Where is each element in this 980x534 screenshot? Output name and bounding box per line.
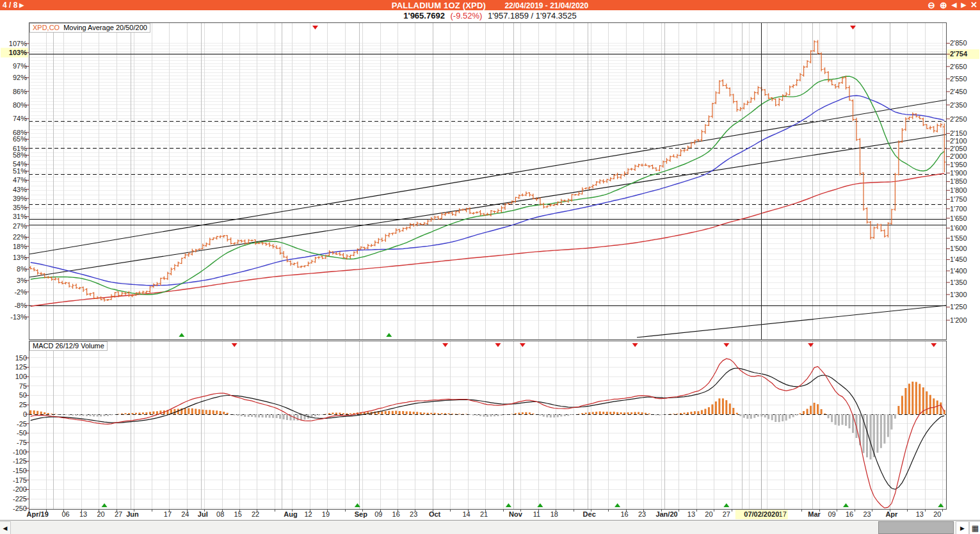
scrollbar-left-button[interactable]: ◀	[0, 521, 11, 534]
svg-text:65%: 65%	[13, 135, 27, 143]
sell-arrow-icon	[723, 343, 729, 347]
svg-text:2'450: 2'450	[950, 88, 967, 95]
svg-text:92%: 92%	[13, 74, 27, 81]
svg-text:1'850: 1'850	[950, 177, 967, 185]
volume-up-bars	[31, 382, 945, 414]
svg-text:97%: 97%	[13, 62, 27, 70]
axis-labels: 107%103%97%92%86%80%74%68%65%61%58%54%51…	[1, 39, 979, 512]
svg-text:Apr/19: Apr/19	[27, 510, 49, 518]
bid-ask: 1'957.1859 / 1'974.3525	[488, 11, 577, 20]
svg-text:31%: 31%	[13, 213, 27, 220]
sell-arrow-icon	[632, 343, 638, 347]
svg-text:27: 27	[115, 510, 122, 518]
svg-text:13: 13	[916, 510, 924, 518]
svg-text:13: 13	[687, 510, 695, 518]
svg-text:Aug: Aug	[284, 510, 297, 518]
svg-text:-50: -50	[17, 429, 27, 437]
svg-text:1'300: 1'300	[950, 291, 967, 298]
svg-text:103%: 103%	[9, 49, 27, 56]
svg-text:80%: 80%	[13, 101, 27, 109]
svg-text:1'350: 1'350	[950, 279, 967, 286]
price-change-percent: (-9.52%)	[450, 11, 482, 20]
sell-arrow-icon	[931, 343, 936, 347]
svg-text:-13%: -13%	[10, 313, 27, 321]
svg-text:1'800: 1'800	[950, 186, 967, 194]
buy-arrow-icon	[386, 333, 392, 337]
svg-text:24: 24	[181, 510, 189, 518]
svg-text:18%: 18%	[13, 243, 27, 250]
svg-text:06: 06	[61, 510, 69, 518]
svg-text:2'100: 2'100	[950, 137, 967, 145]
svg-text:2'350: 2'350	[950, 101, 967, 109]
chart-title-block: PALLADIUM 1OZ (XPD) 22/04/2019 - 21/04/2…	[0, 1, 980, 10]
svg-text:2'050: 2'050	[950, 145, 967, 152]
svg-text:58%: 58%	[13, 151, 27, 159]
svg-text:19: 19	[322, 510, 330, 518]
svg-text:25: 25	[19, 401, 27, 409]
chart-canvas: 107%103%97%92%86%80%74%68%65%61%58%54%51…	[0, 0, 980, 534]
svg-text:1'700: 1'700	[950, 205, 967, 213]
svg-text:20: 20	[97, 510, 104, 518]
svg-text:-125: -125	[13, 457, 27, 465]
sell-arrow-icon	[495, 343, 501, 347]
svg-text:1'550: 1'550	[950, 234, 967, 242]
svg-text:2'754: 2'754	[950, 50, 968, 58]
svg-text:Dec: Dec	[583, 510, 596, 518]
svg-text:74%: 74%	[13, 115, 27, 122]
svg-text:27%: 27%	[13, 222, 27, 230]
svg-text:2'250: 2'250	[950, 115, 967, 123]
svg-text:2'650: 2'650	[950, 63, 967, 70]
sell-arrow-icon	[232, 343, 237, 347]
svg-text:1'250: 1'250	[950, 303, 967, 311]
svg-text:Jun: Jun	[126, 510, 139, 518]
buy-arrow-icon	[506, 503, 511, 507]
ma20-line	[31, 76, 945, 295]
svg-text:Jan/20: Jan/20	[655, 510, 677, 518]
svg-text:86%: 86%	[13, 88, 27, 95]
horizontal-scrollbar[interactable]: ◀ ▶ ▦	[0, 520, 980, 534]
svg-text:-8%: -8%	[14, 302, 27, 309]
scrollbar-menu-button[interactable]: ▦	[969, 521, 980, 534]
macd-panel-legend: MACD 26/12/9 Volume	[29, 341, 108, 351]
svg-text:07/02/2020: 07/02/2020	[744, 510, 779, 518]
volume-down-bars	[59, 414, 896, 460]
svg-text:Nov: Nov	[509, 510, 523, 518]
buy-arrow-icon	[615, 503, 620, 507]
svg-text:09: 09	[374, 510, 382, 518]
svg-text:1'950: 1'950	[950, 161, 967, 168]
svg-text:-75: -75	[17, 439, 27, 446]
main-chart-legend: XPD,COMoving Average 20/50/200	[29, 23, 150, 33]
svg-text:1'400: 1'400	[950, 267, 967, 275]
svg-text:8%: 8%	[17, 265, 27, 273]
scrollbar-right-button[interactable]: ▶	[956, 521, 969, 534]
svg-text:23: 23	[410, 510, 417, 518]
last-price: 1'965.7692	[403, 11, 445, 20]
svg-text:27: 27	[723, 510, 730, 518]
svg-text:13: 13	[79, 510, 87, 518]
svg-text:1'650: 1'650	[950, 214, 967, 222]
signal-markers	[67, 26, 944, 507]
svg-text:22%: 22%	[13, 233, 27, 241]
svg-text:1'600: 1'600	[950, 224, 967, 232]
svg-text:100: 100	[15, 373, 27, 380]
buy-arrow-icon	[179, 333, 184, 337]
sell-arrow-icon	[312, 26, 318, 29]
svg-text:Jul: Jul	[198, 510, 208, 518]
svg-text:2'550: 2'550	[950, 75, 967, 83]
svg-text:-225: -225	[13, 495, 27, 503]
buy-arrow-icon	[723, 503, 729, 507]
ohlc-bars	[29, 40, 945, 302]
svg-text:-100: -100	[13, 448, 27, 456]
scrollbar-thumb[interactable]	[878, 521, 954, 534]
svg-text:-200: -200	[13, 485, 27, 493]
svg-text:13%: 13%	[13, 254, 27, 261]
svg-text:47%: 47%	[13, 176, 27, 184]
svg-text:23: 23	[863, 510, 871, 518]
svg-text:08: 08	[216, 510, 224, 518]
indicator-label: Moving Average 20/50/200	[63, 24, 147, 31]
svg-text:35%: 35%	[13, 204, 27, 211]
svg-text:75: 75	[19, 382, 27, 390]
right-arrow-icon: ▶	[960, 525, 965, 531]
macd-label: MACD 26/12/9 Volume	[33, 342, 104, 350]
svg-text:Apr: Apr	[885, 510, 898, 518]
